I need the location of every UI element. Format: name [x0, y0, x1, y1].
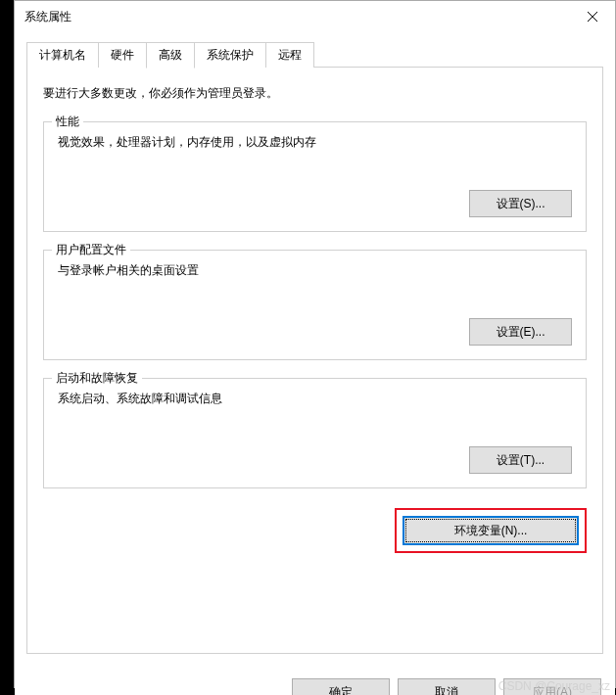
titlebar: 系统属性	[15, 1, 615, 32]
performance-button-row: 设置(S)...	[58, 190, 572, 217]
close-button[interactable]	[570, 1, 615, 32]
environment-variables-button[interactable]: 环境变量(N)...	[403, 516, 579, 545]
ok-button[interactable]: 确定	[292, 678, 390, 695]
startup-group-desc: 系统启动、系统故障和调试信息	[58, 391, 572, 407]
env-var-row: 环境变量(N)...	[43, 508, 587, 553]
performance-group-title: 性能	[52, 114, 83, 130]
startup-button-row: 设置(T)...	[58, 446, 572, 474]
tab-panel-advanced: 要进行大多数更改，你必须作为管理员登录。 性能 视觉效果，处理器计划，内存使用，…	[26, 67, 603, 654]
tab-remote[interactable]: 远程	[265, 42, 314, 68]
admin-instruction: 要进行大多数更改，你必须作为管理员登录。	[43, 85, 587, 102]
performance-group: 性能 视觉效果，处理器计划，内存使用，以及虚拟内存 设置(S)...	[43, 121, 587, 232]
user-profiles-group: 用户配置文件 与登录帐户相关的桌面设置 设置(E)...	[43, 250, 587, 360]
dialog-title: 系统属性	[24, 9, 71, 25]
startup-settings-button[interactable]: 设置(T)...	[469, 446, 572, 474]
highlight-annotation: 环境变量(N)...	[395, 508, 587, 553]
cancel-button[interactable]: 取消	[398, 678, 496, 695]
performance-group-desc: 视觉效果，处理器计划，内存使用，以及虚拟内存	[58, 134, 572, 151]
watermark: CSDN @Courage_xz	[498, 679, 610, 693]
startup-group-title: 启动和故障恢复	[52, 370, 142, 387]
tab-computer-name[interactable]: 计算机名	[26, 42, 99, 68]
user-profiles-settings-button[interactable]: 设置(E)...	[469, 318, 572, 346]
tab-hardware[interactable]: 硬件	[98, 42, 147, 68]
tabs: 计算机名 硬件 高级 系统保护 远程	[26, 42, 603, 68]
tab-advanced[interactable]: 高级	[146, 42, 195, 69]
tab-system-protection[interactable]: 系统保护	[194, 42, 266, 68]
content-area: 计算机名 硬件 高级 系统保护 远程 要进行大多数更改，你必须作为管理员登录。 …	[15, 32, 615, 667]
system-properties-dialog: 系统属性 计算机名 硬件 高级 系统保护 远程 要进行大多数更改，你必须作为管理…	[14, 0, 616, 688]
user-profiles-group-desc: 与登录帐户相关的桌面设置	[58, 262, 572, 279]
user-profiles-button-row: 设置(E)...	[58, 318, 572, 346]
close-icon	[588, 12, 597, 22]
user-profiles-group-title: 用户配置文件	[52, 242, 130, 258]
performance-settings-button[interactable]: 设置(S)...	[469, 190, 572, 217]
startup-group: 启动和故障恢复 系统启动、系统故障和调试信息 设置(T)...	[43, 378, 587, 488]
